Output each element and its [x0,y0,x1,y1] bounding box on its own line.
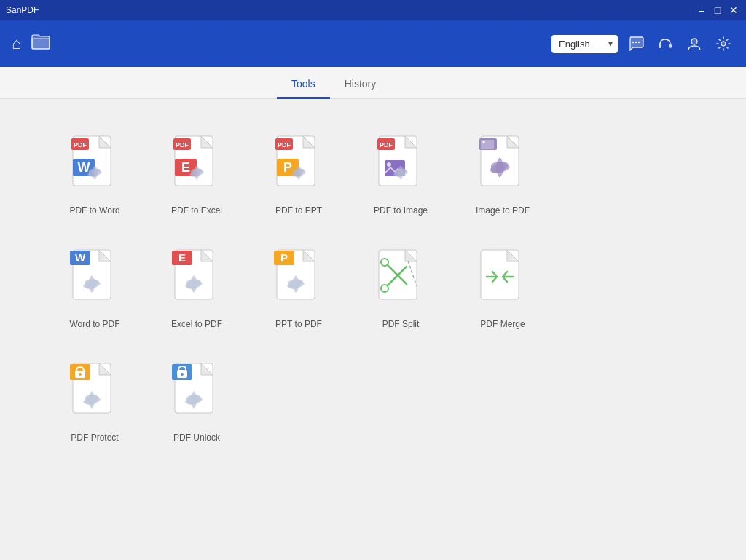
excel-to-pdf-item[interactable]: E Excel to PDF [146,234,248,341]
excel-to-pdf-label: Excel to PDF [171,319,222,329]
tool-row-0: PDF W PDF to Word [44,121,702,227]
word-to-pdf-item[interactable]: W Word to PDF [44,234,146,341]
pdf-merge-icon [474,246,532,312]
tabs-bar: Tools History [0,67,746,99]
user-icon-button[interactable] [683,33,705,55]
pdf-to-word-icon: PDF W [66,133,124,198]
pdf-to-image-label: PDF to Image [374,205,428,216]
image-to-pdf-icon [474,133,532,198]
pdf-protect-label: PDF Protect [71,433,118,443]
svg-point-0 [632,42,634,43]
svg-point-1 [635,42,637,43]
svg-text:PDF: PDF [74,141,87,149]
pdf-to-excel-icon: PDF E [168,133,226,198]
ppt-to-pdf-label: PPT to PDF [275,319,322,329]
svg-point-50 [79,373,82,376]
toolbar: ⌂ English Chinese Japanese Korean German… [0,20,746,67]
home-icon[interactable]: ⌂ [12,34,21,53]
tool-row-2: PDF Protect [44,348,702,454]
pdf-to-excel-label: PDF to Excel [171,205,222,216]
svg-rect-4 [669,44,672,48]
window-controls: – □ ✕ [695,4,740,17]
pdf-merge-label: PDF Merge [480,319,525,329]
tab-history[interactable]: History [330,71,391,99]
pdf-merge-item[interactable]: PDF Merge [452,234,554,341]
pdf-split-icon [372,246,430,312]
pdf-to-image-item[interactable]: PDF PDF to Image [350,121,452,227]
pdf-to-excel-item[interactable]: PDF E PDF to Excel [146,121,248,227]
toolbar-right: English Chinese Japanese Korean German F… [551,33,734,55]
svg-point-26 [387,162,391,167]
image-to-pdf-label: Image to PDF [476,205,530,216]
pdf-to-word-label: PDF to Word [69,205,119,216]
app-title: SanPDF [6,5,695,15]
svg-text:PDF: PDF [380,141,393,149]
excel-to-pdf-icon: E [168,246,226,312]
titlebar: SanPDF – □ ✕ [0,0,746,20]
main-content: PDF W PDF to Word [0,99,746,560]
svg-text:E: E [178,251,186,264]
svg-point-54 [181,373,184,376]
svg-point-6 [721,42,726,46]
pdf-unlock-icon [168,360,226,425]
pdf-to-ppt-icon: PDF P [270,133,328,198]
svg-text:P: P [283,160,292,175]
minimize-button[interactable]: – [695,4,708,17]
folder-icon[interactable] [31,33,50,54]
pdf-to-word-item[interactable]: PDF W PDF to Word [44,121,146,227]
svg-text:P: P [280,251,288,264]
pdf-to-ppt-label: PDF to PPT [275,205,322,216]
settings-icon-button[interactable] [712,33,734,55]
ppt-to-pdf-item[interactable]: P PPT to PDF [248,234,350,341]
tool-row-1: W Word to PDF E [44,234,702,341]
tab-tools[interactable]: Tools [277,71,330,99]
headset-icon-button[interactable] [654,33,676,55]
pdf-unlock-item[interactable]: PDF Unlock [146,348,248,454]
svg-point-2 [638,42,640,43]
svg-text:E: E [181,160,190,175]
pdf-split-label: PDF Split [382,319,420,329]
chat-icon-button[interactable] [625,33,647,55]
pdf-unlock-label: PDF Unlock [173,433,220,443]
svg-rect-3 [659,44,661,48]
toolbar-left: ⌂ [12,33,551,54]
pdf-split-item[interactable]: PDF Split [350,234,452,341]
language-selector-wrapper[interactable]: English Chinese Japanese Korean German F… [551,35,618,53]
pdf-protect-icon [66,360,124,425]
image-to-pdf-item[interactable]: Image to PDF [452,121,554,227]
svg-text:PDF: PDF [176,141,189,149]
pdf-to-image-icon: PDF [372,133,430,198]
word-to-pdf-icon: W [66,246,124,312]
pdf-protect-item[interactable]: PDF Protect [44,348,146,454]
ppt-to-pdf-icon: P [270,246,328,312]
svg-point-5 [691,39,697,44]
pdf-to-ppt-item[interactable]: PDF P PDF to PPT [248,121,350,227]
svg-point-30 [482,141,485,143]
close-button[interactable]: ✕ [727,4,740,17]
svg-text:PDF: PDF [278,141,291,149]
svg-text:W: W [78,160,90,175]
language-dropdown[interactable]: English Chinese Japanese Korean German F… [551,35,618,53]
svg-text:W: W [75,251,86,264]
maximize-button[interactable]: □ [711,4,724,17]
word-to-pdf-label: Word to PDF [69,319,119,329]
